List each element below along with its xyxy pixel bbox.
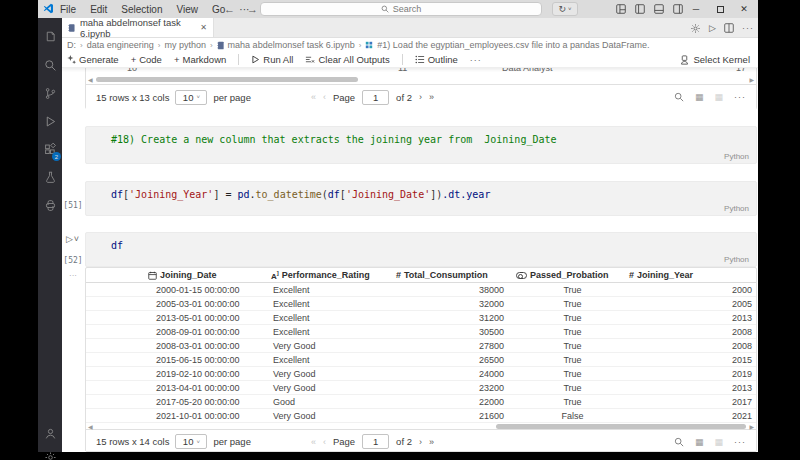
run-debug-icon[interactable] (38, 110, 62, 132)
minimize-button[interactable]: ─ (684, 0, 708, 18)
notebook-file-icon (68, 23, 75, 33)
breadcrumb-drive[interactable]: D: (67, 40, 76, 50)
page-number-input[interactable]: 1 (362, 90, 389, 105)
last-page-button[interactable]: » (429, 437, 434, 447)
breadcrumb-folder2[interactable]: my python (164, 40, 206, 50)
cell-language-label[interactable]: Python (724, 152, 749, 161)
col-header-passed-probation[interactable]: Passed_Probation (516, 270, 629, 280)
table-row[interactable]: 2015-06-15 00:00:00 Excellent 26500 True… (86, 353, 756, 367)
customize-layout-icon[interactable] (616, 4, 626, 14)
testing-icon[interactable] (38, 166, 62, 188)
tab-notebook[interactable]: maha abdelmonsef task 6.ipynb ✕ (62, 18, 214, 37)
page-number-input[interactable]: 1 (362, 434, 389, 449)
rows-cols-label: 15 rows x 14 cols (96, 436, 169, 447)
code-line[interactable]: df['Joining_Year'] = pd.to_datetime(df['… (86, 182, 756, 200)
toolbar-more-icon[interactable]: ··· (470, 55, 482, 65)
split-editor-icon[interactable] (724, 23, 734, 33)
chevron-down-icon: ˅ (196, 439, 200, 445)
grid-view-icon[interactable]: ▦ (695, 437, 704, 447)
cell-language-label[interactable]: Python (724, 204, 749, 213)
cell-more-actions[interactable]: ··· (62, 271, 84, 280)
table-row[interactable]: 2008-03-01 00:00:00 Very Good 27800 True… (86, 339, 756, 353)
cell-language-label[interactable]: Python (724, 255, 749, 264)
run-notebook-icon[interactable]: ▷ (709, 23, 716, 33)
output-more-icon[interactable]: ··· (734, 92, 746, 102)
settings-gear-icon[interactable] (38, 446, 62, 460)
prev-page-button[interactable]: ‹ (323, 92, 326, 102)
table-row[interactable]: 2017-05-20 00:00:00 Good 22000 True 2017 (86, 395, 756, 409)
toggle-sidebar-icon[interactable] (635, 4, 645, 14)
scrollbar-thumb[interactable] (96, 77, 358, 82)
table-row[interactable]: 2013-04-01 00:00:00 Very Good 23200 True… (86, 381, 756, 395)
account-icon[interactable] (38, 422, 62, 444)
col-header-joining-date[interactable]: Joining_Date (148, 270, 271, 280)
toggle-secondary-sidebar-icon[interactable] (673, 4, 683, 14)
scrollbar-thumb[interactable] (496, 424, 746, 429)
output-more-icon[interactable]: ··· (734, 437, 746, 447)
next-page-button[interactable]: › (419, 92, 422, 102)
add-code-button[interactable]: +Code (131, 54, 162, 65)
python-icon[interactable] (38, 194, 62, 216)
screen: File Edit Selection View Go ··· ← → Sear… (0, 0, 800, 460)
table-row[interactable]: 2021-10-01 00:00:00 Very Good 21600 Fals… (86, 409, 756, 423)
table-row[interactable]: 2000-01-15 00:00:00 Excellent 38000 True… (86, 283, 756, 297)
breadcrumb-section[interactable]: #1) Load the egyptian_employees.csv file… (377, 40, 649, 50)
table-row[interactable]: 2008-09-01 00:00:00 Excellent 30500 True… (86, 325, 756, 339)
table-horizontal-scrollbar[interactable]: ◀ ▶ (86, 423, 756, 429)
menu-edit[interactable]: Edit (90, 4, 107, 15)
menu-selection[interactable]: Selection (121, 4, 162, 15)
toggle-panel-icon[interactable] (654, 4, 664, 14)
menu-file[interactable]: File (60, 4, 76, 15)
close-window-button[interactable]: ✕ (732, 0, 756, 18)
next-page-button[interactable]: › (419, 437, 422, 447)
tab-more-actions-icon[interactable]: ··· (742, 23, 754, 33)
table-row[interactable]: 2019-02-10 00:00:00 Very Good 24000 True… (86, 367, 756, 381)
breadcrumb-file[interactable]: maha abdelmonsef task 6.ipynb (228, 40, 355, 50)
run-all-button[interactable]: Run All (251, 54, 293, 65)
table-row[interactable]: 2005-03-01 00:00:00 Excellent 32000 True… (86, 297, 756, 311)
breadcrumb-folder1[interactable]: data engineering (87, 40, 154, 50)
prev-page-button[interactable]: ‹ (323, 437, 326, 447)
extensions-icon[interactable]: 2 (38, 138, 62, 160)
menu-view[interactable]: View (177, 4, 199, 15)
page-size-select[interactable]: 10˅ (175, 434, 207, 449)
col-header-joining-year[interactable]: # Joining_Year (629, 270, 756, 280)
search-placeholder: Search (393, 4, 422, 14)
outline-button[interactable]: Outline (415, 54, 458, 65)
code-cell-df[interactable]: df Python (85, 232, 757, 267)
table-search-icon[interactable] (674, 92, 684, 102)
select-kernel-button[interactable]: Select Kernel (680, 54, 750, 65)
command-search-box[interactable]: Search (260, 2, 542, 16)
clear-all-outputs-button[interactable]: Clear All Outputs (305, 54, 389, 65)
table-header-row: Joining_Date A] Performance_Rating # Tot… (86, 268, 756, 283)
forward-arrow-icon[interactable]: → (247, 3, 258, 15)
first-page-button[interactable]: « (311, 437, 316, 447)
explorer-icon[interactable] (38, 26, 62, 48)
last-page-button[interactable]: » (429, 92, 434, 102)
table-search-icon[interactable] (674, 437, 684, 447)
run-cell-button[interactable]: ▷˅ (62, 234, 84, 244)
of-pages-label: of 2 (396, 92, 412, 103)
grid-view-alt-icon[interactable]: ▦ (714, 92, 723, 102)
code-cell-joining-year[interactable]: df['Joining_Year'] = pd.to_datetime(df['… (85, 181, 757, 216)
generate-button[interactable]: Generate (67, 54, 119, 65)
sync-button[interactable]: ↻˅ (552, 2, 578, 16)
plus-icon: + (131, 54, 137, 65)
scroll-right-icon: ▶ (749, 76, 754, 84)
first-page-button[interactable]: « (311, 92, 316, 102)
back-arrow-icon[interactable]: ← (224, 3, 235, 15)
code-cell-comment[interactable]: #18) Create a new column that extracts t… (85, 126, 757, 164)
page-size-select[interactable]: 10˅ (175, 90, 207, 105)
maximize-button[interactable] (708, 0, 732, 18)
col-header-performance-rating[interactable]: A] Performance_Rating (271, 270, 396, 281)
source-control-icon[interactable] (38, 82, 62, 104)
col-header-total-consumption[interactable]: # Total_Consumption (396, 270, 516, 280)
horizontal-scrollbar[interactable]: ◀ ▶ (86, 76, 756, 84)
search-sidebar-icon[interactable] (38, 54, 62, 76)
table-row[interactable]: 2013-05-01 00:00:00 Excellent 31200 True… (86, 311, 756, 325)
grid-view-icon[interactable]: ▦ (695, 92, 704, 102)
grid-view-alt-icon[interactable]: ▦ (714, 437, 723, 447)
add-markdown-button[interactable]: +Markdown (174, 54, 226, 65)
tab-close-icon[interactable]: ✕ (200, 23, 207, 32)
tab-gear-icon[interactable] (690, 23, 701, 34)
